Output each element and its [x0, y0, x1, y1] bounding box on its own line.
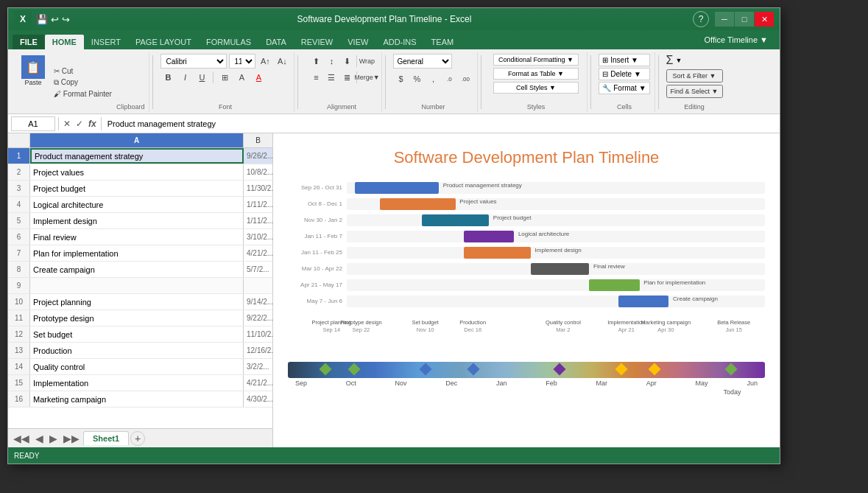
save-icon[interactable]: 💾 — [36, 14, 48, 25]
cell-a11[interactable]: Prototype design — [30, 310, 244, 326]
cell-a3[interactable]: Project budget — [30, 181, 244, 196]
cell-a1[interactable]: Product management strategy — [30, 148, 244, 164]
table-row[interactable]: 7 Plan for implementation 4/21/2... — [8, 245, 272, 262]
cell-a16[interactable]: Marketing campaign — [30, 391, 244, 407]
account-menu[interactable]: Office Timeline ▼ — [697, 32, 776, 47]
align-bottom-button[interactable]: ⬇ — [339, 54, 354, 69]
cell-b15[interactable]: 4/21/2... — [244, 375, 272, 391]
table-row[interactable]: 11 Prototype design 9/22/2... — [8, 310, 272, 326]
sheet-tab-sheet1[interactable]: Sheet1 — [83, 431, 129, 445]
enter-formula-icon[interactable]: ✓ — [74, 119, 85, 129]
table-row[interactable]: 15 Implementation 4/21/2... — [8, 375, 272, 391]
sheet-nav-prev[interactable]: ◀ — [33, 433, 46, 444]
cell-b10[interactable]: 9/14/2... — [244, 294, 272, 310]
cell-b11[interactable]: 9/22/2... — [244, 310, 272, 326]
add-sheet-button[interactable]: + — [130, 431, 145, 446]
tab-data[interactable]: DATA — [258, 35, 294, 49]
find-select-button[interactable]: Find & Select ▼ — [666, 85, 723, 98]
cell-a8[interactable]: Create campaign — [30, 262, 244, 277]
cell-a6[interactable]: Final review — [30, 229, 244, 245]
cell-b1[interactable]: 9/26/2... — [244, 148, 272, 164]
sheet-nav-first[interactable]: ◀◀ — [11, 433, 32, 444]
align-middle-button[interactable]: ↕ — [324, 54, 339, 69]
tab-formulas[interactable]: FORMULAS — [199, 35, 258, 49]
fill-color-button[interactable]: A — [234, 70, 249, 85]
table-row[interactable]: 5 Implement design 1/11/2... — [8, 213, 272, 229]
cell-b9[interactable] — [244, 278, 272, 293]
col-header-b[interactable]: B — [244, 133, 272, 147]
cell-b14[interactable]: 3/2/2... — [244, 359, 272, 374]
table-row[interactable]: 4 Logical architecture 1/11/2... — [8, 197, 272, 213]
cell-a13[interactable]: Production — [30, 343, 244, 358]
cell-b2[interactable]: 10/8/2... — [244, 164, 272, 180]
currency-button[interactable]: $ — [393, 71, 408, 86]
sheet-nav-next[interactable]: ▶ — [47, 433, 60, 444]
align-left-button[interactable]: ≡ — [308, 70, 323, 85]
table-row[interactable]: 13 Production 12/16/2... — [8, 343, 272, 359]
tab-page-layout[interactable]: PAGE LAYOUT — [128, 35, 199, 49]
table-row[interactable]: 6 Final review 3/10/2... — [8, 229, 272, 245]
tab-addins[interactable]: ADD-INS — [375, 35, 423, 49]
cell-a15[interactable]: Implementation — [30, 375, 244, 391]
sort-filter-button[interactable]: Sort & Filter ▼ — [666, 69, 723, 83]
delete-button[interactable]: ⊟ Delete ▼ — [599, 68, 649, 80]
insert-function-icon[interactable]: fx — [87, 119, 98, 129]
paste-button[interactable]: 📋 Paste — [17, 54, 49, 88]
cell-b5[interactable]: 1/11/2... — [244, 213, 272, 228]
cell-b12[interactable]: 11/10/2... — [244, 326, 272, 342]
conditional-formatting-button[interactable]: Conditional Formatting ▼ — [493, 54, 579, 66]
cancel-formula-icon[interactable]: ✕ — [62, 119, 72, 129]
increase-decimal-button[interactable]: .00 — [458, 71, 473, 86]
table-row[interactable]: 3 Project budget 11/30/2... — [8, 181, 272, 197]
autosum-button[interactable]: ▼ — [675, 57, 682, 64]
wrap-text-button[interactable]: Wrap — [359, 54, 374, 69]
table-row[interactable]: 8 Create campaign 5/7/2... — [8, 262, 272, 278]
minimize-button[interactable]: ─ — [715, 12, 734, 27]
sheet-nav-last[interactable]: ▶▶ — [61, 433, 82, 444]
cell-b16[interactable]: 4/30/2... — [244, 391, 272, 407]
align-right-button[interactable]: ≣ — [339, 70, 354, 85]
number-format-select[interactable]: General — [393, 54, 452, 69]
font-color-button[interactable]: A — [251, 70, 266, 85]
cell-b7[interactable]: 4/21/2... — [244, 245, 272, 261]
font-name-select[interactable]: Calibri — [160, 54, 227, 69]
format-button[interactable]: 🔧 Format ▼ — [599, 82, 649, 94]
table-row[interactable]: 1 Product management strategy 9/26/2... — [8, 148, 272, 164]
table-row[interactable]: 2 Project values 10/8/2... — [8, 164, 272, 181]
font-grow-button[interactable]: A↑ — [258, 54, 272, 69]
cell-reference-input[interactable] — [11, 116, 55, 131]
cell-b8[interactable]: 5/7/2... — [244, 262, 272, 277]
cell-a5[interactable]: Implement design — [30, 213, 244, 228]
undo-icon[interactable]: ↩ — [51, 14, 59, 25]
cell-a7[interactable]: Plan for implementation — [30, 245, 244, 261]
underline-button[interactable]: U — [194, 70, 209, 85]
format-as-table-button[interactable]: Format as Table ▼ — [493, 68, 579, 80]
insert-button[interactable]: ⊞ Insert ▼ — [599, 54, 649, 66]
align-top-button[interactable]: ⬆ — [308, 54, 323, 69]
font-shrink-button[interactable]: A↓ — [275, 54, 289, 69]
tab-home[interactable]: HOME — [45, 35, 84, 49]
close-button[interactable]: ✕ — [755, 12, 774, 27]
comma-button[interactable]: , — [426, 71, 440, 86]
cell-b3[interactable]: 11/30/2... — [244, 181, 272, 196]
tab-view[interactable]: VIEW — [340, 35, 375, 49]
cell-b13[interactable]: 12/16/2... — [244, 343, 272, 358]
tab-team[interactable]: TEAM — [424, 35, 462, 49]
maximize-button[interactable]: □ — [735, 12, 754, 27]
font-size-select[interactable]: 11 — [229, 54, 255, 69]
cell-a14[interactable]: Quality control — [30, 359, 244, 374]
copy-button[interactable]: ⧉ Copy — [52, 77, 114, 88]
table-row[interactable]: 12 Set budget 11/10/2... — [8, 326, 272, 343]
borders-button[interactable]: ⊞ — [217, 70, 232, 85]
table-row[interactable]: 14 Quality control 3/2/2... — [8, 359, 272, 375]
table-row[interactable]: 16 Marketing campaign 4/30/2... — [8, 391, 272, 408]
formula-input[interactable] — [105, 116, 777, 131]
cell-a10[interactable]: Project planning — [30, 294, 244, 310]
cell-b6[interactable]: 3/10/2... — [244, 229, 272, 245]
align-center-button[interactable]: ☰ — [324, 70, 339, 85]
italic-button[interactable]: I — [177, 70, 192, 85]
redo-icon[interactable]: ↪ — [62, 14, 70, 25]
cell-styles-button[interactable]: Cell Styles ▼ — [493, 82, 579, 94]
table-row[interactable]: 9 — [8, 278, 272, 294]
help-button[interactable]: ? — [693, 11, 709, 27]
